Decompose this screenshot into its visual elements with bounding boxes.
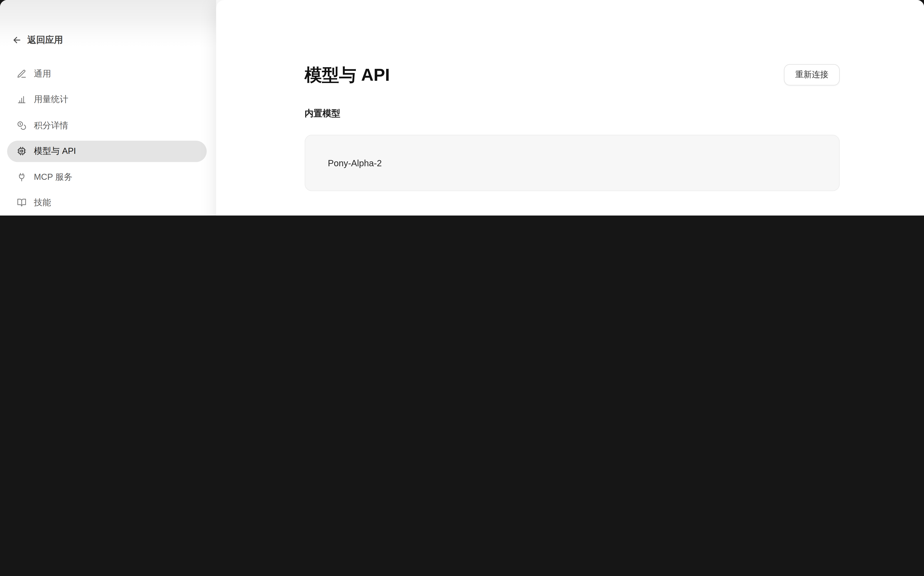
builtin-model-row: Pony-Alpha-2 xyxy=(305,135,839,191)
builtin-models-card: Pony-Alpha-2 xyxy=(305,135,840,191)
sidebar-item-credits[interactable]: 积分详情 xyxy=(7,115,207,136)
back-to-app-button[interactable]: 返回应用 xyxy=(12,34,216,46)
back-to-app-label: 返回应用 xyxy=(27,34,63,46)
sidebar-item-label: 积分详情 xyxy=(34,120,68,131)
app-window: 返回应用 通用 用量统计 积分详情 xyxy=(0,0,924,216)
sidebar-item-mcp-services[interactable]: MCP 服务 xyxy=(7,166,207,187)
sidebar-item-usage-stats[interactable]: 用量统计 xyxy=(7,89,207,110)
plug-icon xyxy=(17,172,27,182)
sidebar-item-general[interactable]: 通用 xyxy=(7,63,207,84)
cpu-chip-icon xyxy=(17,146,27,156)
sidebar-nav: 通用 用量统计 积分详情 模型与 API xyxy=(0,63,216,215)
reconnect-button[interactable]: 重新连接 xyxy=(784,64,840,85)
sidebar-item-skills[interactable]: 技能 xyxy=(7,192,207,213)
bar-chart-icon xyxy=(17,94,27,104)
book-open-icon xyxy=(17,198,27,208)
main-panel: 模型与 API 重新连接 内置模型 Pony-Alpha-2 自定义模型 添加自… xyxy=(216,0,924,216)
sidebar-item-label: 模型与 API xyxy=(34,146,76,157)
sidebar-item-label: MCP 服务 xyxy=(34,171,72,183)
sidebar-item-label: 用量统计 xyxy=(34,94,68,105)
builtin-models-section-label: 内置模型 xyxy=(305,108,840,119)
arrow-left-icon xyxy=(12,35,22,45)
coins-icon xyxy=(17,120,27,130)
pencil-icon xyxy=(17,69,27,78)
model-name: Pony-Alpha-2 xyxy=(328,158,382,168)
page-title: 模型与 API xyxy=(305,64,390,85)
sidebar-item-models-api[interactable]: 模型与 API xyxy=(7,140,207,162)
sidebar-item-label: 技能 xyxy=(34,197,51,208)
sidebar: 返回应用 通用 用量统计 积分详情 xyxy=(0,0,216,216)
sidebar-item-label: 通用 xyxy=(34,68,51,79)
